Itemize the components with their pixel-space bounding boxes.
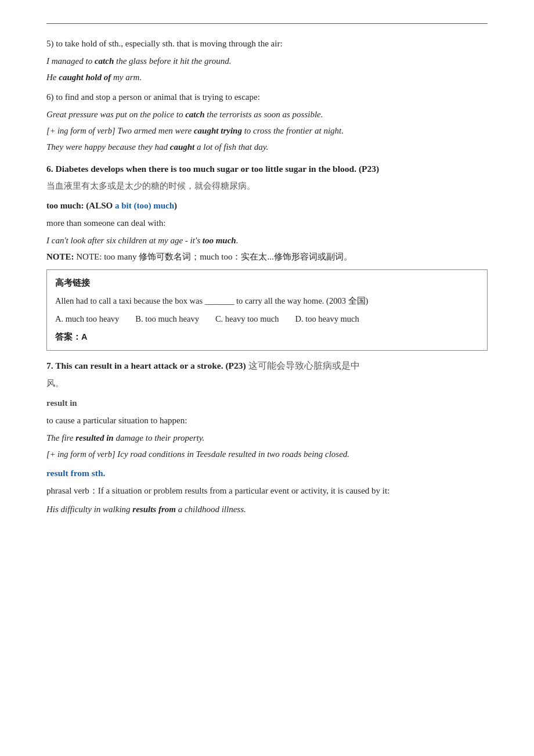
def6-example2: [+ ing form of verb] Two armed men were … bbox=[46, 124, 488, 138]
gaokao-answer: 答案：A bbox=[55, 330, 479, 344]
section6-heading: 6. Diabetes develops when there is too m… bbox=[46, 162, 488, 177]
definition-5: 5) to take hold of sth., especially sth.… bbox=[46, 37, 488, 84]
def6-example3: They were happy because they had caught … bbox=[46, 140, 488, 154]
result-in-block: result in to cause a particular situatio… bbox=[46, 396, 488, 461]
def6-example1: Great pressure was put on the police to … bbox=[46, 107, 488, 121]
section6-block: 6. Diabetes develops when there is too m… bbox=[46, 162, 488, 193]
result-in-def: to cause a particular situation to happe… bbox=[46, 413, 488, 427]
top-rule bbox=[46, 23, 488, 24]
result-from-example: His difficulty in walking results from a… bbox=[46, 502, 488, 516]
result-in-example2: [+ ing form of verb] Icy road conditions… bbox=[46, 447, 488, 461]
gaokao-question: Allen had to call a taxi because the box… bbox=[55, 294, 479, 308]
note-line: NOTE: NOTE: too many 修饰可数名词；much too：实在太… bbox=[46, 250, 488, 264]
def6-label: 6) to find and stop a person or animal t… bbox=[46, 90, 488, 104]
too-much-definition: more than someone can deal with: bbox=[46, 216, 488, 230]
too-much-example: I can't look after six children at my ag… bbox=[46, 233, 488, 247]
result-from-block: result from sth. phrasal verb：If a situa… bbox=[46, 466, 488, 517]
definition-6-intro: 6) to find and stop a person or animal t… bbox=[46, 90, 488, 154]
def5-example2: He caught hold of my arm. bbox=[46, 70, 488, 84]
section7-block: 7. This can result in a heart attack or … bbox=[46, 359, 488, 391]
result-in-heading: result in bbox=[46, 396, 488, 410]
gaokao-title: 高考链接 bbox=[55, 276, 479, 290]
option-b: B. too much heavy bbox=[135, 312, 199, 326]
option-c: C. heavy too much bbox=[215, 312, 279, 326]
def5-example1: I managed to catch the glass before it h… bbox=[46, 54, 488, 68]
section7-chinese: 风。 bbox=[46, 376, 488, 390]
section7-heading: 7. This can result in a heart attack or … bbox=[46, 359, 488, 373]
option-d: D. too heavy much bbox=[295, 312, 359, 326]
option-a: A. much too heavy bbox=[55, 312, 119, 326]
gaokao-options: A. much too heavy B. too much heavy C. h… bbox=[55, 312, 479, 326]
too-much-heading: too much: (ALSO a bit (too) much) bbox=[46, 199, 488, 213]
gaokao-box: 高考链接 Allen had to call a taxi because th… bbox=[46, 269, 488, 351]
result-from-heading: result from sth. bbox=[46, 466, 488, 481]
result-in-example1: The fire resulted in damage to their pro… bbox=[46, 431, 488, 445]
def5-label: 5) to take hold of sth., especially sth.… bbox=[46, 37, 488, 51]
phrasal-def: phrasal verb：If a situation or problem r… bbox=[46, 484, 488, 498]
section6-chinese: 当血液里有太多或是太少的糖的时候，就会得糖尿病。 bbox=[46, 179, 488, 193]
